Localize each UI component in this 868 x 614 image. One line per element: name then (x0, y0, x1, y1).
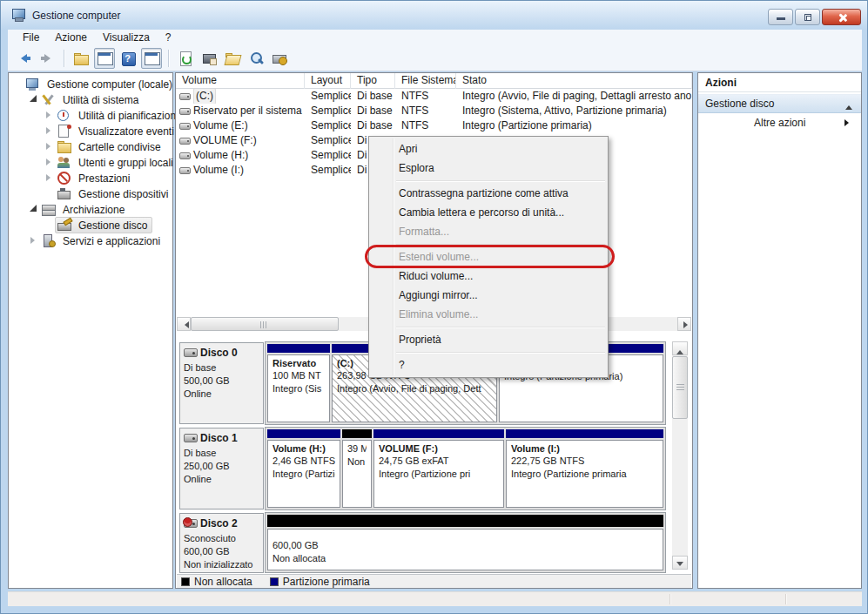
partition-box[interactable]: VOLUME (F:)24,75 GB exFATIntegro (Partiz… (373, 440, 504, 508)
disk-label-disco-0[interactable]: Disco 0Di base500,00 GBOnline (179, 342, 264, 424)
tree-collapsed-icon[interactable] (28, 235, 39, 246)
back-button[interactable] (13, 48, 34, 69)
disk-info-line: Di base (184, 447, 259, 460)
scroll-up-arrow-icon[interactable] (672, 341, 688, 355)
partition-unnamed[interactable]: 600,00 GBNon allocata (267, 515, 663, 570)
partition-status: Non allocata (273, 552, 658, 565)
chevron-up-icon[interactable] (845, 102, 852, 110)
context-menu-item-aggiungi-mirror[interactable]: Aggiungi mirror... (370, 286, 607, 305)
action-pane-button[interactable] (141, 48, 162, 69)
forward-button[interactable] (37, 48, 57, 69)
show-console-tree-button[interactable] (71, 48, 91, 69)
event-viewer-icon (57, 125, 71, 138)
volume-row-c[interactable]: (C:)SempliceDi baseNTFSIntegro (Avvio, F… (176, 89, 692, 104)
partition-box[interactable]: Riservato100 MB NTIntegro (Sis (267, 354, 330, 422)
partition-box[interactable]: Volume (I:)222,75 GB NTFSIntegro (Partiz… (506, 440, 663, 508)
tree-item-prestazioni[interactable]: Prestazioni (9, 170, 172, 186)
help-button[interactable] (118, 48, 138, 69)
tree-item-utenti-e-gruppi-locali[interactable]: Utenti e gruppi locali (9, 154, 172, 170)
tree-item-gestione-dispositivi[interactable]: Gestione dispositivi (9, 186, 172, 201)
tree-collapsed-icon[interactable] (44, 172, 55, 183)
volume-row-volume-e[interactable]: Volume (E:)SempliceDi baseNTFSIntegro (P… (176, 118, 692, 133)
tree-item-label: Servizi e applicazioni (59, 233, 164, 248)
partition-volume-h[interactable]: Volume (H:)2,46 GB NTFSIntegro (Partizio (267, 429, 340, 508)
context-menu-item-riduci-volume[interactable]: Riduci volume... (370, 267, 607, 286)
volume-row-riservato-per-il-sistema[interactable]: Riservato per il sistemaSempliceDi baseN… (176, 104, 692, 118)
restore-button[interactable] (795, 9, 820, 25)
menu-separator (396, 244, 605, 245)
column-header-stato[interactable]: Stato (456, 73, 692, 89)
menubar-item-item[interactable]: ? (158, 30, 179, 46)
tree-item-gestione-disco[interactable]: Gestione disco (9, 217, 172, 233)
column-header-layout[interactable]: Layout (305, 73, 351, 89)
open-folder-icon (225, 51, 240, 65)
open-folder-button[interactable] (222, 48, 243, 69)
legend-swatch (270, 577, 279, 586)
tree-collapsed-icon[interactable] (44, 157, 55, 167)
tree-expanded-icon[interactable] (28, 94, 39, 105)
disk-label-disco-2[interactable]: Disco 2Sconosciuto600,00 GBNon inizializ… (179, 513, 264, 573)
tree-item-utilit-di-pianificazione[interactable]: Utilità di pianificazione (9, 107, 172, 123)
tree-collapsed-icon[interactable] (44, 141, 55, 152)
tree-item-utilit-di-sistema[interactable]: Utilità di sistema (9, 91, 172, 107)
close-icon (838, 13, 847, 23)
tree-item-cartelle-condivise[interactable]: Cartelle condivise (9, 138, 172, 154)
vertical-scroll-thumb[interactable] (672, 356, 688, 419)
column-header-tipo[interactable]: Tipo (351, 73, 395, 89)
tree-item-visualizzatore-eventi[interactable]: Visualizzatore eventi (9, 123, 172, 138)
context-menu-item-propriet[interactable]: Proprietà (370, 330, 607, 349)
tree-collapsed-icon[interactable] (44, 125, 55, 136)
layout-cell: Semplice (305, 118, 351, 133)
scroll-down-arrow-icon[interactable] (672, 556, 688, 570)
tree-collapsed-icon[interactable] (44, 110, 55, 120)
tree-expanded-icon[interactable] (28, 204, 39, 214)
partition-name: VOLUME (F:) (379, 442, 499, 455)
tree-item-archiviazione[interactable]: Archiviazione (9, 201, 172, 217)
column-header-file-sistema[interactable]: File Sistema (395, 73, 456, 89)
context-menu-item-esplora[interactable]: Esplora (370, 159, 607, 178)
context-menu-item-cambia-lettera-e-percorso-di-unit[interactable]: Cambia lettera e percorso di unità... (370, 203, 607, 222)
refresh-button[interactable] (175, 48, 196, 69)
partition-size: 24,75 GB exFAT (379, 455, 499, 468)
partition-status: Integro (Sis (273, 382, 325, 395)
vertical-scrollbar[interactable] (672, 341, 688, 570)
title-bar[interactable]: Gestione computer (1, 1, 868, 30)
scroll-left-arrow-icon[interactable] (177, 317, 191, 331)
context-menu-item-item[interactable]: ? (370, 355, 607, 374)
menubar-item-file[interactable]: File (15, 30, 47, 46)
context-menu-item-apri[interactable]: Apri (370, 139, 607, 159)
minimize-button[interactable] (768, 9, 793, 25)
actions-group-gestione-disco[interactable]: Gestione disco (698, 94, 861, 113)
partition-volume-f[interactable]: VOLUME (F:)24,75 GB exFATIntegro (Partiz… (373, 429, 504, 508)
disk-label-disco-1[interactable]: Disco 1Di base250,00 GBOnline (179, 428, 264, 509)
tree-item-content: Servizi e applicazioni (39, 233, 165, 249)
partition-unnamed[interactable]: 39 MBNon a (342, 429, 372, 508)
users-icon (57, 156, 71, 169)
actions-panel: Azioni Gestione disco Altre azioni (697, 72, 862, 589)
partition-volume-i[interactable]: Volume (I:)222,75 GB NTFSIntegro (Partiz… (506, 429, 663, 508)
partition-riservato[interactable]: Riservato100 MB NTIntegro (Sis (267, 344, 330, 422)
tree-item-label: Utilità di pianificazione (75, 108, 185, 123)
close-button[interactable] (822, 9, 861, 25)
console-window-icon (98, 51, 112, 65)
column-header-volume[interactable]: Volume (176, 73, 305, 89)
context-menu-item-contrassegna-partizione-come-attiva[interactable]: Contrassegna partizione come attiva (370, 184, 607, 203)
tree-item-servizi-e-applicazioni[interactable]: Servizi e applicazioni (9, 233, 172, 248)
menubar-item-azione[interactable]: Azione (47, 30, 95, 46)
menubar-item-visualizza[interactable]: Visualizza (95, 30, 158, 46)
find-button[interactable] (246, 48, 266, 69)
scroll-right-arrow-icon[interactable] (677, 317, 691, 331)
actions-item-altre-azioni[interactable]: Altre azioni (698, 113, 861, 132)
partition-box[interactable]: 39 MBNon a (342, 440, 372, 508)
console-window-button[interactable] (94, 48, 115, 69)
partition-box[interactable]: 600,00 GBNon allocata (267, 529, 663, 570)
properties-button[interactable] (198, 48, 219, 69)
disk-icon (184, 348, 198, 357)
tree-item-content: Gestione computer (locale) (24, 76, 178, 92)
disk-info-line: 600,00 GB (184, 545, 259, 558)
horizontal-scroll-thumb[interactable] (191, 317, 339, 331)
partition-box[interactable]: Volume (H:)2,46 GB NTFSIntegro (Partizio (267, 440, 340, 508)
tree-item-gestione-computer-locale[interactable]: Gestione computer (locale) (9, 76, 172, 91)
tree-item-label: Utenti e gruppi locali (75, 155, 177, 170)
disk-settings-button[interactable] (269, 48, 290, 69)
